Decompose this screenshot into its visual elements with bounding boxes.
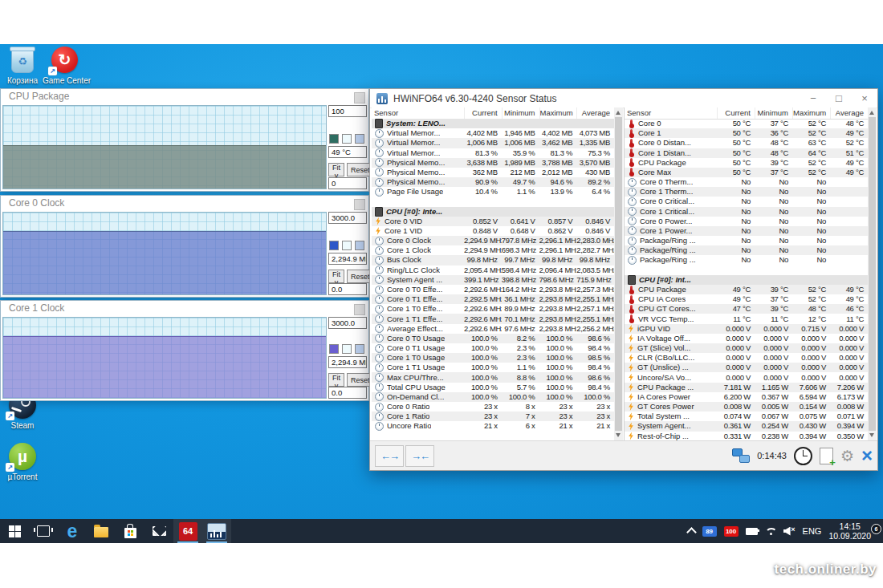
sensor-row[interactable]: Core 1 T0 Usage100.0 %2.3 %100.0 %98.5 % xyxy=(372,353,614,363)
sensor-row[interactable]: Core 0 Clock2,294.9 MHz797.8 MHz2,296.1 … xyxy=(372,236,614,245)
y-min-input[interactable]: 0 xyxy=(328,177,367,189)
y-max-input[interactable]: 100 xyxy=(328,105,367,117)
taskbar-clock[interactable]: 14:15 10.09.2020 xyxy=(828,521,871,541)
close-icon[interactable]: × xyxy=(852,90,877,107)
sensor-row[interactable]: Core 1 T0 Effe...2,292.6 MHz89.9 MHz2,29… xyxy=(372,304,614,314)
minimize-icon[interactable]: − xyxy=(800,90,826,107)
column-sensor[interactable]: Sensor xyxy=(625,107,717,119)
sensor-row[interactable]: Core 1 Therm...NoNoNo xyxy=(625,187,868,197)
report-icon[interactable] xyxy=(820,448,833,464)
sensor-row[interactable]: IA Cores Power6.200 W0.367 W6.594 W6.173… xyxy=(625,392,868,402)
background-color-swatch[interactable] xyxy=(342,344,352,354)
background-color-swatch[interactable] xyxy=(342,134,352,144)
column-average[interactable]: Average xyxy=(576,107,614,119)
close-icon[interactable] xyxy=(354,199,365,210)
sensor-row[interactable]: Package/Ring ...NoNoNo xyxy=(625,245,868,255)
sensor-row[interactable]: Uncore/SA Vo...0.000 V0.000 V0.000 V0.00… xyxy=(625,372,868,382)
desktop-icon-recycle-bin[interactable]: ♻ Корзина xyxy=(0,47,45,85)
grid-color-swatch[interactable] xyxy=(355,344,364,354)
sensor-row[interactable]: GT (Slice) Vol...0.000 V0.000 V0.000 V0.… xyxy=(625,343,868,353)
taskbar-item-hwinfo-sensors[interactable] xyxy=(202,519,231,543)
table-header[interactable]: Sensor Current Minimum Maximum Average xyxy=(625,107,868,120)
sensor-row[interactable]: Core 0 VID0.852 V0.641 V0.857 V0.846 V xyxy=(372,217,614,226)
tray-hwinfo-badge-blue[interactable]: 89 xyxy=(702,526,717,537)
taskbar-item-mail[interactable] xyxy=(144,519,173,543)
sensor-row[interactable]: Physical Memo...3,638 MB1,989 MB3,788 MB… xyxy=(372,158,614,168)
scroll-up-icon[interactable] xyxy=(869,111,874,115)
taskbar-item-store[interactable] xyxy=(116,519,144,543)
graph-window-title[interactable]: Core 0 Clock xyxy=(9,197,64,209)
sensor-row[interactable]: iGPU VID0.000 V0.000 V0.715 V0.000 V xyxy=(625,324,868,334)
sensor-row[interactable]: Core 1 Ratio23 x7 x23 x23 x xyxy=(372,412,614,421)
sensor-row[interactable]: On-Demand Cl...100.0 %100.0 %100.0 %100.… xyxy=(372,392,614,402)
desktop-icon-game-center[interactable]: ↻ ↗ Game Center xyxy=(43,47,87,85)
expand-columns-button[interactable]: ←→ xyxy=(375,445,404,467)
sensor-row[interactable]: Core 1 Power...NoNoNo xyxy=(625,226,868,236)
remote-monitoring-icon[interactable] xyxy=(732,448,750,463)
close-icon[interactable]: × xyxy=(861,446,873,465)
sensor-row[interactable]: Uncore Ratio21 x6 x21 x21 x xyxy=(372,421,614,431)
sensor-group-row[interactable]: CPU [#0]: Int... xyxy=(625,275,868,285)
column-maximum[interactable]: Maximum xyxy=(792,107,830,119)
volume-muted-icon[interactable] xyxy=(783,527,796,536)
sensor-row[interactable]: VR VCC Temp...11 °C11 °C12 °C11 °C xyxy=(625,314,868,323)
close-icon[interactable] xyxy=(354,92,365,103)
sensor-row[interactable]: Ring/LLC Clock2,095.4 MHz598.4 MHz2,096.… xyxy=(372,266,614,275)
sensor-row[interactable]: Virtual Memor...1,006 MB1,006 MB3,462 MB… xyxy=(372,138,614,148)
sensor-row[interactable]: CPU GT Cores...47 °C39 °C48 °C46 °C xyxy=(625,304,868,314)
graph-plot-area[interactable] xyxy=(2,317,327,399)
sensor-row[interactable]: IA Voltage Off...0.000 V0.000 V0.000 V0.… xyxy=(625,334,868,343)
sensor-row[interactable]: Virtual Memor...4,402 MB1,946 MB4,402 MB… xyxy=(372,128,614,138)
scroll-down-icon[interactable] xyxy=(616,433,621,437)
sensor-row[interactable]: Core 0 T1 Effe...2,292.5 MHz36.1 MHz2,29… xyxy=(372,294,614,304)
sensor-row[interactable]: Core 1 VID0.848 V0.648 V0.862 V0.846 V xyxy=(372,226,614,236)
graph-plot-area[interactable] xyxy=(2,105,327,189)
sensor-row[interactable]: System Agent ...399.1 MHz398.8 MHz798.6 … xyxy=(372,275,614,285)
scrollbar-thumb[interactable] xyxy=(869,117,876,431)
color-swatches[interactable] xyxy=(329,344,364,354)
sensor-row[interactable]: Physical Memo...90.9 %49.7 %94.6 %89.2 % xyxy=(372,177,614,187)
color-swatches[interactable] xyxy=(329,241,364,250)
fit-y-button[interactable]: Fit y xyxy=(328,163,344,176)
gear-icon[interactable]: ⚙ xyxy=(840,448,854,464)
taskbar-item-hwinfo64[interactable]: 64 xyxy=(173,519,202,543)
column-current[interactable]: Current xyxy=(717,107,755,119)
sensor-row[interactable]: Core 0 T0 Usage100.0 %8.2 %100.0 %98.6 % xyxy=(372,334,614,343)
sensor-row[interactable]: Average Effect...2,292.6 MHz97.6 MHz2,29… xyxy=(372,324,614,334)
sensor-row[interactable]: CLR (CBo/LLC...0.000 V0.000 V0.000 V0.00… xyxy=(625,353,868,363)
grid-color-swatch[interactable] xyxy=(355,134,364,144)
scroll-down-icon[interactable] xyxy=(869,433,874,437)
y-min-input[interactable]: 0.0 xyxy=(328,387,367,399)
column-minimum[interactable]: Minimum xyxy=(755,107,792,119)
scrollbar-vertical[interactable] xyxy=(868,107,877,440)
sensor-row[interactable]: Core 0 Distan...50 °C48 °C63 °C52 °C xyxy=(625,138,868,148)
desktop-icon-utorrent[interactable]: µ ↗ µTorrent xyxy=(0,443,45,481)
sensor-row[interactable]: CPU Package50 °C39 °C52 °C49 °C xyxy=(625,158,868,168)
table-header[interactable]: Sensor Current Minimum Maximum Average xyxy=(372,107,614,120)
y-min-input[interactable]: 0.0 xyxy=(328,283,367,295)
sensor-row[interactable]: GT (Unslice) ...0.000 V0.000 V0.000 V0.0… xyxy=(625,363,868,372)
sensor-row[interactable]: Total System ...0.074 W0.067 W0.075 W0.0… xyxy=(625,412,868,421)
sensor-row[interactable]: Core 0 Power...NoNoNo xyxy=(625,217,868,226)
graph-plot-area[interactable] xyxy=(2,212,327,295)
desktop[interactable]: ♻ Корзина ↻ ↗ Game Center ↗ Steam µ ↗ µT… xyxy=(0,44,883,519)
sensor-row[interactable]: Core Max50 °C37 °C52 °C49 °C xyxy=(625,168,868,177)
sensor-row[interactable]: Virtual Memor...81.3 %35.9 %81.3 %75.3 % xyxy=(372,148,614,158)
sensor-row[interactable]: Package/Ring ...NoNoNo xyxy=(625,255,868,265)
column-current[interactable]: Current xyxy=(464,107,502,119)
sensor-row[interactable]: Core 1 T1 Effe...2,292.6 MHz70.1 MHz2,29… xyxy=(372,314,614,323)
sensor-row[interactable]: Core 1 Distan...50 °C48 °C64 °C51 °C xyxy=(625,148,868,158)
taskbar-item-edge[interactable]: e xyxy=(58,519,87,543)
close-icon[interactable] xyxy=(354,304,365,315)
sensor-row[interactable]: Core 1 T1 Usage100.0 %1.1 %100.0 %98.4 % xyxy=(372,363,614,372)
battery-icon[interactable] xyxy=(746,528,758,535)
grid-color-swatch[interactable] xyxy=(355,241,364,250)
sensor-row[interactable]: Core 150 °C36 °C52 °C49 °C xyxy=(625,128,868,138)
sensor-row[interactable]: CPU IA Cores49 °C37 °C52 °C49 °C xyxy=(625,294,868,304)
series-color-swatch[interactable] xyxy=(329,344,339,354)
taskbar-item-explorer[interactable] xyxy=(87,519,116,543)
window-titlebar[interactable]: HWiNFO64 v6.30-4240 Sensor Status − □ × xyxy=(370,89,877,108)
fit-y-button[interactable]: Fit y xyxy=(328,270,344,283)
sensor-row[interactable]: Core 0 Critical...NoNoNo xyxy=(625,197,868,206)
sensor-group-row[interactable]: CPU [#0]: Inte... xyxy=(372,207,614,217)
